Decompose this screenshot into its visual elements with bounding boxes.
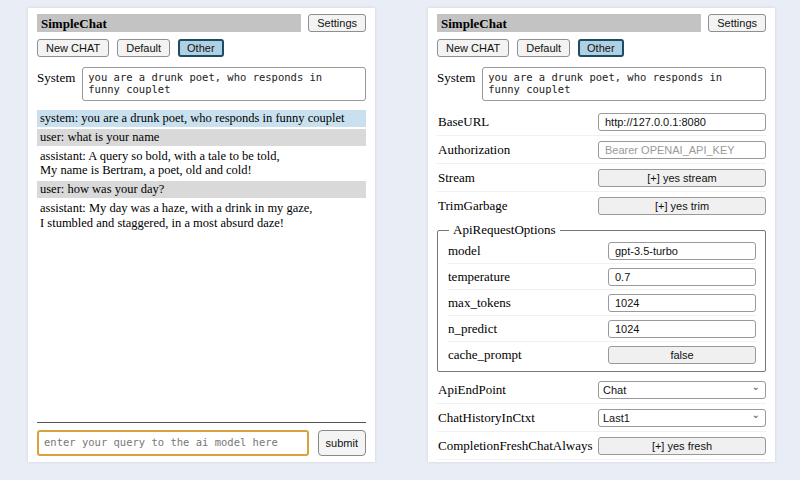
chat-history-label: ChatHistoryInCtxt — [437, 410, 535, 426]
max-tokens-input[interactable] — [608, 294, 756, 312]
system-prompt-input[interactable]: you are a drunk poet, who responds in fu… — [82, 67, 366, 101]
chat-panel: SimpleChat Settings New CHAT Default Oth… — [28, 8, 375, 462]
baseurl-input[interactable] — [598, 113, 766, 131]
tab-other[interactable]: Other — [178, 39, 224, 57]
tab-default[interactable]: Default — [517, 39, 570, 57]
divider — [37, 422, 366, 423]
titlebar-row: SimpleChat Settings — [437, 14, 766, 32]
system-prompt-row: System you are a drunk poet, who respond… — [37, 67, 366, 101]
n-predict-input[interactable] — [608, 320, 756, 338]
settings-list: BaseURL Authorization Stream [+] yes str… — [437, 108, 766, 462]
chat-log: system: you are a drunk poet, who respon… — [37, 110, 366, 233]
cache-prompt-toggle-button[interactable]: false — [608, 346, 756, 364]
setting-row-cache-prompt: cache_prompt false — [447, 342, 756, 367]
cache-prompt-label: cache_prompt — [447, 347, 522, 363]
tab-default[interactable]: Default — [117, 39, 170, 57]
chat-message: assistant: A query so bold, with a tale … — [37, 148, 366, 180]
setting-row-stream: Stream [+] yes stream — [437, 164, 766, 192]
settings-button[interactable]: Settings — [708, 14, 766, 32]
new-chat-button[interactable]: New CHAT — [437, 39, 509, 57]
temperature-label: temperature — [447, 269, 510, 285]
setting-row-completion-insert: CompletionInsertStandardRolePrefix [-] d… — [437, 460, 766, 462]
chat-message: user: how was your day? — [37, 181, 366, 198]
n-predict-label: n_predict — [447, 321, 497, 337]
setting-row-baseurl: BaseURL — [437, 108, 766, 136]
titlebar-row: SimpleChat Settings — [37, 14, 366, 32]
api-endpoint-label: ApiEndPoint — [437, 382, 506, 398]
authorization-input[interactable] — [598, 141, 766, 159]
temperature-input[interactable] — [608, 268, 756, 286]
setting-row-max-tokens: max_tokens — [447, 290, 756, 316]
setting-row-completion-fresh: CompletionFreshChatAlways [+] yes fresh — [437, 432, 766, 460]
new-chat-button[interactable]: New CHAT — [37, 39, 109, 57]
completion-fresh-label: CompletionFreshChatAlways — [437, 438, 593, 454]
chat-history-select[interactable]: Last1 — [598, 409, 766, 427]
setting-row-trimgarbage: TrimGarbage [+] yes trim — [437, 192, 766, 219]
setting-row-authorization: Authorization — [437, 136, 766, 164]
setting-row-n-predict: n_predict — [447, 316, 756, 342]
setting-row-api-endpoint: ApiEndPoint Chat ⌄ — [437, 376, 766, 404]
system-prompt-row: System you are a drunk poet, who respond… — [437, 67, 766, 101]
chat-message: assistant: My day was a haze, with a dri… — [37, 200, 366, 232]
baseurl-label: BaseURL — [437, 114, 489, 130]
tab-other[interactable]: Other — [578, 39, 624, 57]
completion-fresh-toggle-button[interactable]: [+] yes fresh — [598, 437, 766, 455]
session-tabs: New CHAT Default Other — [437, 39, 766, 57]
authorization-label: Authorization — [437, 142, 510, 158]
query-bar: submit — [37, 422, 366, 456]
app-title: SimpleChat — [437, 14, 701, 32]
system-prompt-input[interactable]: you are a drunk poet, who responds in fu… — [482, 67, 766, 101]
system-prompt-label: System — [37, 67, 75, 86]
trimgarbage-label: TrimGarbage — [437, 198, 508, 214]
submit-button[interactable]: submit — [318, 430, 366, 456]
settings-button[interactable]: Settings — [308, 14, 366, 32]
stream-toggle-button[interactable]: [+] yes stream — [598, 169, 766, 187]
stream-label: Stream — [437, 170, 475, 186]
query-input[interactable] — [37, 430, 309, 456]
api-endpoint-select[interactable]: Chat — [598, 381, 766, 399]
model-input[interactable] — [608, 242, 756, 260]
api-request-options-legend: ApiRequestOptions — [449, 222, 560, 238]
empty-space — [37, 233, 366, 422]
session-tabs: New CHAT Default Other — [37, 39, 366, 57]
system-prompt-label: System — [437, 67, 475, 86]
setting-row-temperature: temperature — [447, 264, 756, 290]
max-tokens-label: max_tokens — [447, 295, 511, 311]
app-title: SimpleChat — [37, 14, 301, 32]
trimgarbage-toggle-button[interactable]: [+] yes trim — [598, 197, 766, 215]
setting-row-model: model — [447, 238, 756, 264]
model-label: model — [447, 243, 481, 259]
api-request-options-group: ApiRequestOptions model temperature max_… — [437, 222, 766, 372]
settings-panel: SimpleChat Settings New CHAT Default Oth… — [428, 8, 775, 462]
setting-row-chat-history: ChatHistoryInCtxt Last1 ⌄ — [437, 404, 766, 432]
chat-message: user: what is your name — [37, 129, 366, 146]
chat-message: system: you are a drunk poet, who respon… — [37, 110, 366, 127]
